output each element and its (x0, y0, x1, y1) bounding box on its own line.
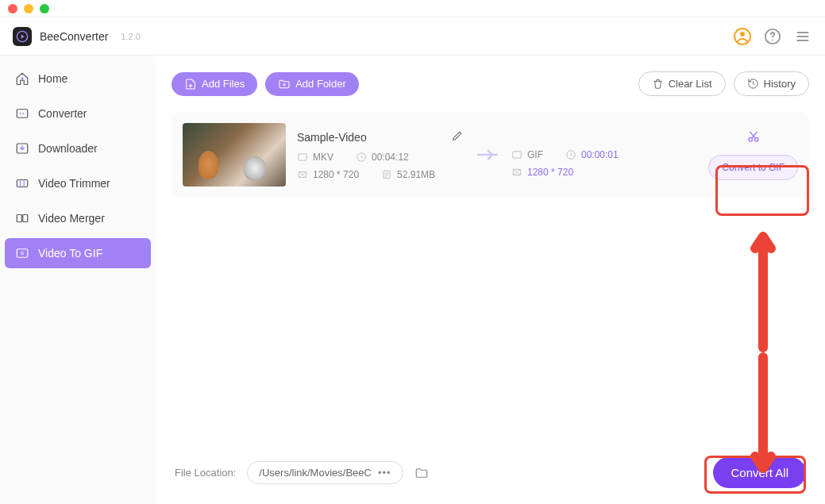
converter-icon (14, 106, 30, 121)
bottom-bar: File Location: /Users/link/Movies/BeeC •… (172, 457, 809, 488)
file-location-label: File Location: (175, 467, 236, 479)
svg-text:G: G (21, 251, 24, 256)
filesize-icon (381, 169, 392, 180)
sidebar-item-label: Video To GIF (38, 247, 102, 260)
window-maximize-button[interactable] (40, 4, 49, 13)
sidebar-item-label: Video Merger (38, 212, 105, 225)
menu-icon[interactable] (793, 27, 812, 46)
resolution-icon (511, 167, 522, 178)
file-title: Sample-Video (297, 131, 367, 144)
video-format-icon (511, 149, 522, 160)
window-minimize-button[interactable] (24, 4, 33, 13)
add-folder-label: Add Folder (295, 78, 346, 90)
svg-point-4 (772, 39, 773, 40)
svg-rect-13 (299, 154, 307, 160)
window-close-button[interactable] (8, 4, 17, 13)
sidebar-item-label: Video Trimmer (38, 177, 110, 190)
source-format: MKV (313, 152, 333, 163)
svg-rect-6 (17, 110, 28, 118)
sidebar-item-home[interactable]: Home (5, 63, 151, 94)
svg-rect-8 (17, 180, 28, 187)
target-format: GIF (527, 149, 543, 160)
resolution-icon (297, 169, 308, 180)
home-icon (14, 71, 30, 87)
app-logo-icon (13, 27, 32, 46)
download-icon (14, 140, 30, 156)
window-titlebar (0, 0, 825, 17)
convert-all-button[interactable]: Convert All (713, 457, 806, 488)
add-folder-button[interactable]: Add Folder (265, 72, 359, 96)
file-item-card: Sample-Video MKV 00:04:12 1280 * 720 52.… (172, 112, 809, 198)
video-format-icon (297, 152, 308, 163)
target-resolution: 1280 * 720 (527, 167, 573, 178)
file-location-selector[interactable]: /Users/link/Movies/BeeC ••• (247, 461, 403, 484)
account-icon[interactable] (733, 27, 752, 46)
app-version: 1.2.0 (121, 32, 140, 41)
toolbar: Add Files Add Folder Clear List History (172, 71, 809, 96)
history-button[interactable]: History (734, 71, 809, 96)
main-panel: Add Files Add Folder Clear List History … (156, 56, 825, 504)
arrow-right-icon (475, 147, 500, 163)
svg-point-2 (740, 32, 745, 37)
source-resolution: 1280 * 720 (313, 169, 359, 180)
svg-point-5 (21, 78, 24, 80)
folder-add-icon (278, 78, 291, 90)
sidebar-item-downloader[interactable]: Downloader (5, 133, 151, 164)
trash-icon (652, 78, 664, 90)
sidebar-item-label: Downloader (38, 142, 98, 155)
gif-icon: G (14, 245, 30, 261)
svg-rect-17 (513, 152, 522, 158)
history-icon (747, 78, 759, 90)
more-icon: ••• (378, 467, 391, 479)
edit-title-icon[interactable] (451, 129, 464, 145)
trimmer-icon (14, 175, 30, 191)
clear-list-label: Clear List (669, 78, 712, 90)
sidebar-item-merger[interactable]: Video Merger (5, 203, 151, 233)
file-location-path: /Users/link/Movies/BeeC (259, 467, 372, 479)
merger-icon (14, 210, 30, 226)
file-add-icon (184, 78, 197, 90)
help-icon[interactable] (763, 27, 782, 46)
cut-icon[interactable] (746, 129, 761, 147)
sidebar-item-label: Converter (38, 107, 87, 120)
sidebar: Home Converter Downloader Video Trimmer … (0, 56, 156, 504)
clear-list-button[interactable]: Clear List (638, 71, 726, 96)
source-duration: 00:04:12 (372, 152, 409, 163)
history-label: History (764, 78, 796, 90)
svg-rect-9 (17, 215, 21, 222)
sidebar-item-video-to-gif[interactable]: G Video To GIF (5, 238, 151, 268)
svg-rect-10 (23, 215, 28, 222)
annotation-arrow-icon (747, 221, 779, 356)
clock-icon (565, 149, 576, 160)
add-files-button[interactable]: Add Files (172, 72, 257, 96)
sidebar-item-trimmer[interactable]: Video Trimmer (5, 168, 151, 198)
open-folder-icon[interactable] (414, 466, 429, 480)
app-header: BeeConverter 1.2.0 (0, 17, 825, 56)
source-size: 52.91MB (397, 169, 435, 180)
add-files-label: Add Files (202, 78, 245, 90)
convert-to-gif-button[interactable]: Convert to GIF (708, 155, 798, 180)
app-name: BeeConverter (40, 30, 108, 43)
clock-icon (356, 152, 367, 163)
sidebar-item-converter[interactable]: Converter (5, 98, 151, 129)
target-duration: 00:00:01 (581, 149, 619, 160)
sidebar-item-label: Home (38, 72, 67, 85)
video-thumbnail[interactable] (183, 123, 286, 187)
